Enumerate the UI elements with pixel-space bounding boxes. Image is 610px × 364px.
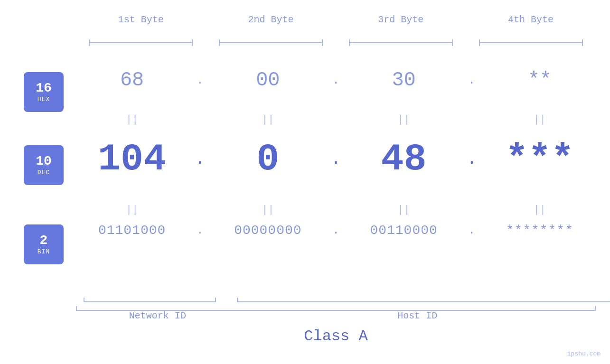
- badge-bin: 2 BIN: [24, 224, 64, 264]
- dot-bin-2: .: [324, 224, 348, 237]
- hex-byte1: 68: [76, 69, 188, 92]
- network-id-bracket: [76, 289, 223, 302]
- dec-byte1: 104: [76, 138, 188, 181]
- badge-dec-label: DEC: [38, 169, 50, 176]
- badge-hex-label: HEX: [38, 96, 50, 103]
- hex-byte3: 30: [348, 69, 460, 92]
- col-header-2: 2nd Byte: [206, 14, 336, 25]
- bracket-3: [336, 38, 466, 47]
- badge-bin-label: BIN: [38, 248, 50, 255]
- host-id-label: Host ID: [239, 310, 596, 321]
- dot-dec-1: .: [188, 149, 212, 169]
- row-dec: 104 . 0 . 48 . ***: [76, 138, 596, 181]
- top-brackets: [76, 38, 596, 47]
- dot-bin-1: .: [188, 224, 212, 237]
- badge-dec: 10 DEC: [24, 145, 64, 185]
- dec-byte4: ***: [484, 138, 596, 181]
- hex-byte2: 00: [212, 69, 324, 92]
- eq1-2: ||: [212, 114, 324, 126]
- badge-hex: 16 HEX: [24, 72, 64, 112]
- bracket-1: [76, 38, 206, 47]
- eq1-1: ||: [76, 114, 188, 126]
- bracket-4: [466, 38, 596, 47]
- eq2-4: ||: [484, 204, 596, 216]
- class-label: Class A: [76, 327, 596, 345]
- bin-byte2: 00000000: [212, 223, 324, 238]
- dot-hex-2: .: [324, 74, 348, 87]
- badge-bin-number: 2: [40, 233, 48, 248]
- dec-byte2: 0: [212, 138, 324, 181]
- hex-byte4: **: [484, 69, 596, 92]
- row-eq2: || || || ||: [76, 204, 596, 216]
- bin-byte3: 00110000: [348, 223, 460, 238]
- column-headers: 1st Byte 2nd Byte 3rd Byte 4th Byte: [76, 14, 596, 25]
- col-header-4: 4th Byte: [466, 14, 596, 25]
- dot-dec-2: .: [324, 149, 348, 169]
- eq2-2: ||: [212, 204, 324, 216]
- full-bottom-bracket: [76, 310, 596, 311]
- dec-byte3: 48: [348, 138, 460, 181]
- dot-hex-1: .: [188, 74, 212, 87]
- main-container: 1st Byte 2nd Byte 3rd Byte 4th Byte 16 H…: [0, 0, 610, 364]
- col-header-1: 1st Byte: [76, 14, 206, 25]
- col-header-3: 3rd Byte: [336, 14, 466, 25]
- badge-dec-number: 10: [36, 154, 52, 169]
- bin-byte4: ********: [484, 223, 596, 238]
- host-id-bracket: [228, 289, 610, 302]
- row-eq1: || || || ||: [76, 114, 596, 126]
- eq2-1: ||: [76, 204, 188, 216]
- bin-byte1: 01101000: [76, 223, 188, 238]
- eq2-3: ||: [348, 204, 460, 216]
- dot-hex-3: .: [460, 74, 484, 87]
- bracket-2: [206, 38, 336, 47]
- eq1-4: ||: [484, 114, 596, 126]
- network-id-label: Network ID: [76, 310, 239, 321]
- badge-hex-number: 16: [36, 81, 52, 96]
- row-hex: 68 . 00 . 30 . **: [76, 69, 596, 92]
- dot-bin-3: .: [460, 224, 484, 237]
- eq1-3: ||: [348, 114, 460, 126]
- dot-dec-3: .: [460, 149, 484, 169]
- row-bin: 01101000 . 00000000 . 00110000 . *******…: [76, 223, 596, 238]
- watermark: ipshu.com: [567, 350, 601, 357]
